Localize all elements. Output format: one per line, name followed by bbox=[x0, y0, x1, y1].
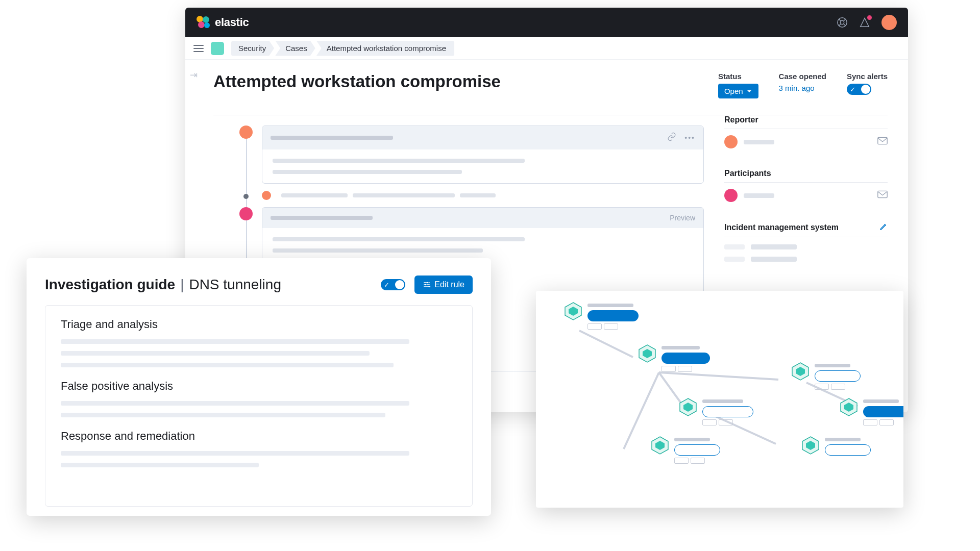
svg-point-10 bbox=[427, 282, 429, 284]
breadcrumb-bar: Security Cases Attempted workstation com… bbox=[185, 37, 908, 60]
edit-icon[interactable] bbox=[879, 222, 888, 233]
ig-section-response: Response and remediation bbox=[61, 430, 457, 443]
nav-toggle-icon[interactable] bbox=[193, 45, 204, 52]
elastic-logo[interactable]: elastic bbox=[197, 16, 249, 29]
reporter-row bbox=[724, 129, 888, 155]
status-dropdown[interactable]: Open bbox=[718, 84, 758, 98]
ig-section-falsepos: False positive analysis bbox=[61, 380, 457, 393]
elastic-wordmark: elastic bbox=[215, 16, 249, 29]
svg-rect-9 bbox=[878, 191, 887, 197]
hex-icon bbox=[679, 398, 697, 416]
status-value: Open bbox=[724, 87, 743, 95]
process-node[interactable] bbox=[801, 436, 820, 455]
svg-line-5 bbox=[844, 24, 846, 26]
sidebar-expand-icon[interactable]: ⇥ bbox=[185, 60, 202, 90]
svg-rect-8 bbox=[878, 137, 887, 144]
link-icon[interactable] bbox=[667, 132, 676, 143]
placeholder-text bbox=[271, 216, 373, 220]
space-selector[interactable] bbox=[211, 42, 224, 55]
svg-line-4 bbox=[839, 24, 841, 26]
investigation-guide-panel: Investigation guide | DNS tunneling ✓ Ed… bbox=[27, 258, 491, 516]
svg-point-12 bbox=[429, 286, 430, 288]
status-label: Status bbox=[718, 72, 758, 81]
hex-icon bbox=[801, 436, 820, 455]
page-title: Attempted workstation compromise bbox=[213, 72, 501, 91]
ig-title: Investigation guide | DNS tunneling bbox=[45, 277, 281, 293]
user-avatar[interactable] bbox=[881, 15, 897, 30]
activity-card: ••• bbox=[262, 126, 704, 184]
process-node[interactable] bbox=[564, 302, 582, 320]
svg-line-3 bbox=[844, 19, 846, 21]
sync-alerts-label: Sync alerts bbox=[847, 72, 888, 81]
process-node[interactable] bbox=[791, 362, 810, 381]
process-node[interactable] bbox=[840, 398, 858, 416]
notification-dot bbox=[867, 15, 872, 20]
ig-body: Triage and analysis False positive analy… bbox=[45, 305, 473, 507]
participants-title: Participants bbox=[724, 169, 888, 183]
activity-minor-entry bbox=[262, 191, 704, 200]
global-header: elastic bbox=[185, 8, 908, 37]
placeholder-text bbox=[271, 136, 393, 140]
opened-value: 3 min. ago bbox=[779, 84, 826, 92]
activity-avatar bbox=[239, 126, 253, 139]
help-icon[interactable] bbox=[837, 17, 848, 28]
participant-row bbox=[724, 183, 888, 208]
process-node[interactable] bbox=[679, 398, 697, 416]
svg-point-11 bbox=[425, 284, 427, 286]
process-node[interactable] bbox=[638, 344, 656, 363]
mail-icon[interactable] bbox=[877, 137, 888, 147]
hex-icon bbox=[791, 362, 810, 381]
elastic-logo-mark bbox=[197, 16, 210, 29]
breadcrumb-current: Attempted workstation compromise bbox=[316, 41, 454, 56]
chevron-down-icon bbox=[746, 88, 752, 94]
mail-icon[interactable] bbox=[877, 190, 888, 201]
opened-label: Case opened bbox=[779, 72, 826, 81]
svg-line-2 bbox=[839, 19, 841, 21]
participant-avatar bbox=[724, 189, 738, 202]
reporter-avatar bbox=[724, 135, 738, 148]
sync-alerts-toggle[interactable]: ✓ bbox=[847, 84, 871, 95]
hex-icon bbox=[651, 436, 669, 455]
ims-title: Incident management system bbox=[724, 222, 888, 237]
more-icon[interactable]: ••• bbox=[684, 134, 695, 142]
breadcrumb: Security Cases Attempted workstation com… bbox=[231, 41, 455, 56]
hex-icon bbox=[564, 302, 582, 320]
process-node[interactable] bbox=[651, 436, 669, 455]
newsfeed-icon[interactable] bbox=[859, 17, 870, 28]
activity-avatar bbox=[239, 207, 253, 220]
ig-section-triage: Triage and analysis bbox=[61, 318, 457, 331]
preview-link[interactable]: Preview bbox=[667, 214, 695, 222]
hex-icon bbox=[638, 344, 656, 363]
hex-icon bbox=[840, 398, 858, 416]
svg-marker-6 bbox=[861, 18, 869, 27]
activity-avatar-small bbox=[262, 191, 271, 200]
process-tree-panel bbox=[536, 291, 903, 508]
reporter-title: Reporter bbox=[724, 115, 888, 129]
breadcrumb-cases[interactable]: Cases bbox=[275, 41, 315, 56]
breadcrumb-security[interactable]: Security bbox=[231, 41, 274, 56]
svg-point-1 bbox=[840, 20, 844, 24]
ig-toggle[interactable]: ✓ bbox=[381, 279, 405, 290]
activity-minor-dot bbox=[243, 194, 249, 199]
sliders-icon bbox=[423, 281, 431, 289]
edit-rule-button[interactable]: Edit rule bbox=[414, 276, 473, 294]
